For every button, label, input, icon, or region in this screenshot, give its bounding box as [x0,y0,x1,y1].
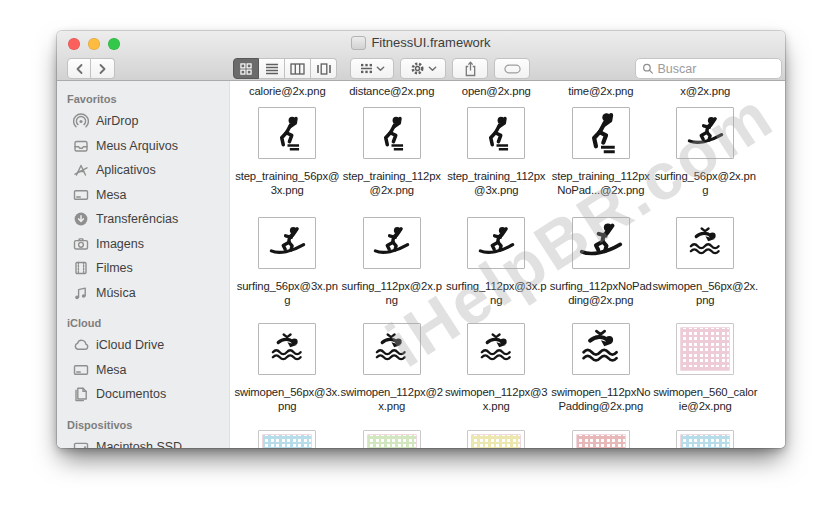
file-name: swimopen_112pxNoPadding@2x.png [548,385,654,413]
spritesheet-icon [680,434,730,448]
file-item[interactable]: surfing_112px@2x.png [340,217,445,307]
sidebar-section-favoritos: Favoritos [57,91,229,107]
sidebar-item-mesa-icloud[interactable]: Mesa [57,358,229,383]
surfing-icon [478,225,515,262]
grid-view-icon [240,63,252,75]
file-item[interactable]: open@2x.png [444,84,549,98]
file-row: surfing_56px@3x.png surfing_112px@2x.png… [235,217,758,307]
file-thumbnail-spritesheet[interactable] [676,323,734,375]
file-thumbnail[interactable] [467,323,525,375]
file-thumbnail[interactable] [467,107,525,159]
window-title: FitnessUI.framework [371,35,490,50]
file-thumbnail[interactable] [676,107,734,159]
file-item[interactable] [653,430,758,448]
file-item[interactable]: swimopen_560_calorie@2x.png [653,323,758,413]
sidebar-item-meus-arquivos[interactable]: Meus Arquivos [57,134,229,159]
file-thumbnail[interactable] [572,217,630,269]
chevron-left-icon [75,63,84,75]
file-thumbnail[interactable] [363,323,421,375]
spritesheet-icon [576,434,626,448]
file-item[interactable]: swimopen_112pxNoPadding@2x.png [549,323,654,413]
sidebar-item-aplicativos[interactable]: Aplicativos [57,158,229,183]
surfing-icon [373,225,410,262]
column-view-button[interactable] [285,58,311,79]
file-item[interactable]: swimopen_56px@3x.png [235,323,340,413]
file-item[interactable]: step_training_112px@2x.png [340,107,445,197]
sidebar-item-icloud-drive[interactable]: iCloud Drive [57,333,229,358]
file-name: swimopen_56px@3x.png [234,385,340,413]
file-row: swimopen_56px@3x.png swimopen_112px@2x.p… [235,323,758,413]
file-name: step_training_112pxNoPad...@2x.png [548,169,654,197]
spritesheet-icon [680,327,730,371]
pictures-icon [73,236,89,252]
disk-icon [73,439,89,448]
file-item[interactable]: x@2x.png [653,84,758,98]
sidebar-item-musica[interactable]: Música [57,281,229,306]
file-item[interactable]: swimopen_112px@3x.png [444,323,549,413]
tag-button[interactable] [494,58,530,79]
action-menu-button[interactable] [400,58,446,79]
file-item[interactable]: step_training_56px@3x.png [235,107,340,197]
group-button[interactable] [350,58,394,79]
file-item[interactable] [444,430,549,448]
file-name: surfing_56px@3x.png [234,279,340,307]
file-thumbnail[interactable] [258,107,316,159]
file-item[interactable]: surfing_112pxNoPadding@2x.png [549,217,654,307]
file-thumbnail[interactable] [363,217,421,269]
sidebar-item-macintosh-ssd[interactable]: Macintosh SSD [57,435,229,449]
file-item[interactable] [340,430,445,448]
icon-view-button[interactable] [233,58,259,79]
file-item[interactable]: time@2x.png [549,84,654,98]
sidebar-item-imagens[interactable]: Imagens [57,232,229,257]
file-item[interactable]: surfing_56px@2x.png [653,107,758,197]
file-item[interactable] [235,430,340,448]
search-input[interactable] [657,62,775,76]
surfing-icon [687,115,724,152]
file-item[interactable]: surfing_56px@3x.png [235,217,340,307]
sidebar-item-mesa[interactable]: Mesa [57,183,229,208]
file-thumbnail-spritesheet[interactable] [258,430,316,448]
share-button[interactable] [452,58,488,79]
coverflow-view-icon [316,63,332,75]
sidebar-item-documentos[interactable]: Documentos [57,382,229,407]
file-thumbnail-spritesheet[interactable] [363,430,421,448]
file-thumbnail[interactable] [676,217,734,269]
documents-icon [73,386,89,402]
sidebar-item-filmes[interactable]: Filmes [57,256,229,281]
file-thumbnail-spritesheet[interactable] [572,430,630,448]
file-thumbnail-spritesheet[interactable] [676,430,734,448]
movies-icon [73,260,89,276]
file-thumbnail[interactable] [572,323,630,375]
file-thumbnail[interactable] [572,107,630,159]
file-thumbnail[interactable] [258,323,316,375]
list-view-button[interactable] [259,58,285,79]
swimming-icon [579,327,623,371]
file-thumbnail[interactable] [258,217,316,269]
file-thumbnail-spritesheet[interactable] [467,430,525,448]
file-item[interactable]: step_training_112pxNoPad...@2x.png [549,107,654,197]
step-training-icon [269,115,306,152]
file-item[interactable] [549,430,654,448]
tag-icon [504,64,521,74]
back-button[interactable] [67,58,91,79]
titlebar[interactable]: FitnessUI.framework [57,31,785,81]
file-thumbnail[interactable] [363,107,421,159]
search-icon [642,62,653,75]
sidebar-item-transferencias[interactable]: Transferências [57,207,229,232]
file-name: step_training_112px@2x.png [339,169,445,197]
file-item[interactable]: step_training_112px@3x.png [444,107,549,197]
coverflow-view-button[interactable] [311,58,337,79]
search-field[interactable] [635,58,782,79]
file-item[interactable]: distance@2x.png [340,84,445,98]
file-item[interactable]: calorie@2x.png [235,84,340,98]
file-thumbnail[interactable] [467,217,525,269]
forward-button[interactable] [91,58,115,79]
file-item[interactable]: swimopen_56px@2x.png [653,217,758,307]
sidebar-item-airdrop[interactable]: AirDrop [57,109,229,134]
framework-icon [351,36,366,50]
swimming-icon [687,225,724,262]
swimming-icon [478,331,515,368]
share-icon [464,61,477,77]
file-item[interactable]: swimopen_112px@2x.png [340,323,445,413]
file-item[interactable]: surfing_112px@3x.png [444,217,549,307]
